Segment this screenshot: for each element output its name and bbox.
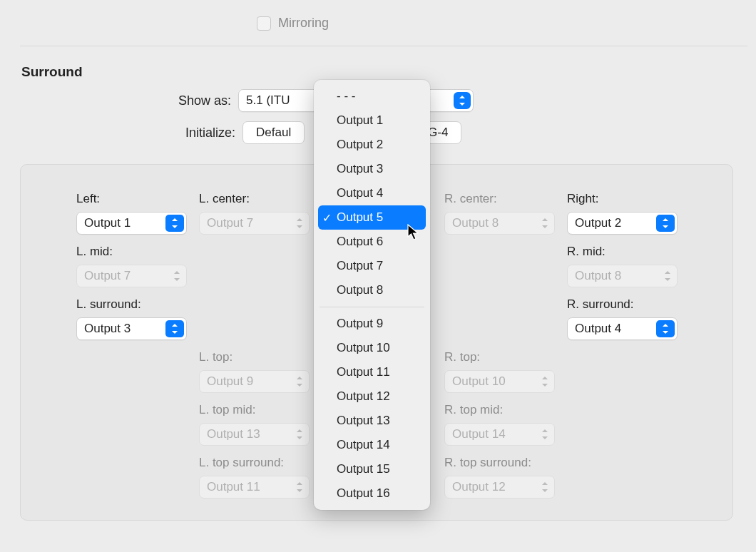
section-divider — [20, 46, 747, 46]
updown-icon — [540, 476, 550, 498]
menu-item-output-8[interactable]: Output 8 — [318, 278, 426, 302]
menu-item-output-11[interactable]: Output 11 — [318, 360, 426, 384]
select-l-topmid[interactable]: Output 13 — [199, 423, 310, 446]
select-left-value: Output 1 — [84, 216, 131, 230]
cell-l-mid: L. mid: Output 7 — [76, 245, 187, 287]
updown-icon — [295, 476, 305, 498]
select-left[interactable]: Output 1 — [76, 212, 187, 235]
menu-item-output-1[interactable]: Output 1 — [318, 108, 426, 133]
select-r-top[interactable]: Output 10 — [444, 370, 555, 393]
updown-icon — [172, 265, 182, 287]
select-r-center-value: Output 8 — [452, 216, 499, 230]
select-l-topsurr-value: Output 11 — [207, 480, 260, 494]
menu-item-output-15[interactable]: Output 15 — [318, 457, 426, 481]
cell-r-surround: R. surround: Output 4 — [567, 297, 678, 340]
updown-icon — [656, 215, 675, 232]
center-output-menu: - - - Output 1 Output 2 Output 3 Output … — [314, 80, 430, 510]
cell-left: Left: Output 1 — [76, 192, 187, 235]
select-l-surround-value: Output 3 — [84, 322, 131, 336]
cell-r-mid: R. mid: Output 8 — [567, 245, 678, 287]
select-l-top-value: Output 9 — [207, 374, 253, 389]
menu-item-output-7[interactable]: Output 7 — [318, 254, 426, 278]
label-r-surround: R. surround: — [567, 297, 678, 312]
label-r-topsurr: R. top surround: — [444, 456, 555, 470]
label-l-mid: L. mid: — [76, 245, 187, 259]
label-r-topmid: R. top mid: — [444, 403, 555, 417]
updown-icon — [165, 320, 184, 337]
cell-r-topsurr: R. top surround: Output 12 — [444, 456, 555, 499]
select-r-topmid[interactable]: Output 14 — [444, 423, 555, 446]
updown-icon — [540, 424, 550, 445]
label-l-topmid: L. top mid: — [199, 403, 310, 417]
initialize-default-button[interactable]: Defaul — [242, 121, 305, 144]
select-r-mid-value: Output 8 — [575, 269, 621, 283]
surround-section-title: Surround — [21, 64, 83, 80]
label-l-topsurr: L. top surround: — [199, 456, 310, 470]
mirroring-label: Mirroring — [278, 16, 329, 31]
select-l-top[interactable]: Output 9 — [199, 370, 310, 393]
select-l-topsurr[interactable]: Output 11 — [199, 476, 310, 499]
mirroring-row: Mirroring — [257, 16, 329, 31]
label-left: Left: — [76, 192, 187, 206]
select-r-surround-value: Output 4 — [575, 322, 621, 336]
select-l-mid[interactable]: Output 7 — [76, 265, 187, 287]
select-r-center[interactable]: Output 8 — [444, 212, 555, 235]
check-icon: ✓ — [322, 211, 332, 225]
label-r-mid: R. mid: — [567, 245, 678, 259]
cell-l-topsurr: L. top surround: Output 11 — [199, 456, 310, 499]
updown-icon — [295, 424, 305, 445]
menu-item-output-10[interactable]: Output 10 — [318, 336, 426, 360]
menu-item-placeholder[interactable]: - - - — [318, 84, 426, 108]
menu-item-output-12[interactable]: Output 12 — [318, 384, 426, 409]
updown-icon — [165, 215, 184, 232]
select-right[interactable]: Output 2 — [567, 212, 678, 235]
cell-r-top: R. top: Output 10 — [444, 350, 555, 393]
menu-item-output-3[interactable]: Output 3 — [318, 157, 426, 181]
cell-r-topmid: R. top mid: Output 14 — [444, 403, 555, 446]
menu-separator — [320, 307, 424, 307]
select-l-center[interactable]: Output 7 — [199, 212, 310, 235]
select-l-mid-value: Output 7 — [84, 269, 131, 283]
updown-icon — [454, 92, 471, 109]
show-as-value: 5.1 (ITU — [246, 93, 290, 108]
mirroring-checkbox[interactable] — [257, 16, 271, 31]
select-l-topmid-value: Output 13 — [207, 427, 260, 441]
label-r-top: R. top: — [444, 350, 555, 364]
label-l-center: L. center: — [199, 192, 310, 206]
updown-icon — [540, 213, 550, 234]
show-as-label: Show as: — [178, 93, 231, 108]
menu-item-output-13[interactable]: Output 13 — [318, 409, 426, 433]
label-l-top: L. top: — [199, 350, 310, 364]
menu-item-output-2[interactable]: Output 2 — [318, 133, 426, 157]
select-r-topsurr-value: Output 12 — [452, 480, 506, 494]
menu-item-output-16[interactable]: Output 16 — [318, 481, 426, 506]
cell-right: Right: Output 2 — [567, 192, 678, 235]
select-r-top-value: Output 10 — [452, 374, 506, 389]
label-r-center: R. center: — [444, 192, 555, 206]
cell-l-center: L. center: Output 7 — [199, 192, 310, 235]
cell-r-center: R. center: Output 8 — [444, 192, 555, 235]
cell-l-top: L. top: Output 9 — [199, 350, 310, 393]
cursor-icon — [407, 224, 421, 245]
select-l-center-value: Output 7 — [207, 216, 253, 230]
menu-item-output-4[interactable]: Output 4 — [318, 181, 426, 205]
select-right-value: Output 2 — [575, 216, 621, 230]
updown-icon — [663, 265, 673, 287]
menu-item-output-9[interactable]: Output 9 — [318, 312, 426, 336]
select-r-topmid-value: Output 14 — [452, 427, 506, 441]
initialize-row: Initialize: Defaul — [185, 121, 305, 144]
select-r-mid[interactable]: Output 8 — [567, 265, 678, 287]
label-right: Right: — [567, 192, 678, 206]
select-r-topsurr[interactable]: Output 12 — [444, 476, 555, 499]
updown-icon — [656, 320, 675, 337]
cell-l-topmid: L. top mid: Output 13 — [199, 403, 310, 446]
updown-icon — [295, 213, 305, 234]
select-r-surround[interactable]: Output 4 — [567, 317, 678, 340]
updown-icon — [540, 371, 550, 392]
label-l-surround: L. surround: — [76, 297, 187, 312]
initialize-label: Initialize: — [185, 126, 235, 140]
updown-icon — [295, 371, 305, 392]
select-l-surround[interactable]: Output 3 — [76, 317, 187, 340]
cell-l-surround: L. surround: Output 3 — [76, 297, 187, 340]
menu-item-output-14[interactable]: Output 14 — [318, 433, 426, 457]
